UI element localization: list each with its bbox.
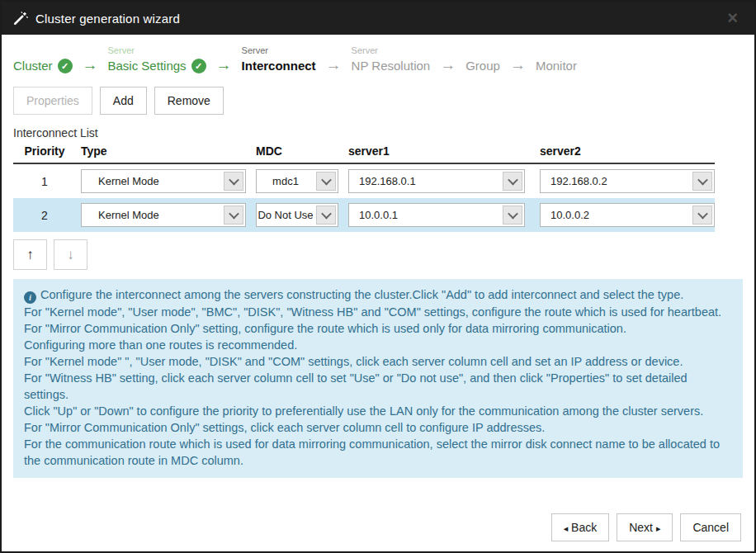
next-button[interactable]: Next ▸ xyxy=(617,513,673,541)
column-header-mdc: MDC xyxy=(251,144,343,158)
priority-cell: 2 xyxy=(13,209,76,222)
step-sublabel xyxy=(13,45,73,57)
step-label: Interconnect xyxy=(242,57,316,75)
chevron-down-icon[interactable] xyxy=(316,206,336,225)
check-circle-icon: ✓ xyxy=(58,59,73,73)
step-basic-settings: Server Basic Settings ✓ xyxy=(108,45,206,75)
dialog-title: Cluster generation wizard xyxy=(35,12,180,26)
info-icon: i xyxy=(24,291,36,304)
chevron-down-icon[interactable] xyxy=(224,206,243,225)
step-group: Group xyxy=(465,45,500,75)
triangle-left-icon: ◂ xyxy=(564,523,569,533)
info-line: For "Kernel mode", "User mode", "BMC", "… xyxy=(24,304,732,337)
step-cluster: Cluster ✓ xyxy=(13,45,73,75)
step-sublabel: Server xyxy=(352,45,431,57)
column-header-priority: Priority xyxy=(13,144,76,158)
info-line: iConfigure the interconnect among the se… xyxy=(24,286,732,304)
info-line: Click "Up" or "Down" to configure the pr… xyxy=(24,403,732,419)
step-sublabel: Server xyxy=(108,45,206,57)
wizard-steps: Cluster ✓ → Server Basic Settings ✓ → Se… xyxy=(2,35,754,83)
arrow-right-icon: → xyxy=(510,56,526,75)
step-sublabel: Server xyxy=(242,45,316,57)
column-header-type: Type xyxy=(76,144,251,158)
mdc-select[interactable]: Do Not Use xyxy=(256,203,338,227)
close-icon[interactable]: × xyxy=(722,9,743,27)
step-label: Basic Settings xyxy=(108,57,187,75)
triangle-right-icon: ▸ xyxy=(656,523,661,533)
server1-select[interactable]: 192.168.0.1 xyxy=(348,169,525,193)
mdc-select[interactable]: mdc1 xyxy=(256,169,338,193)
server1-select[interactable]: 10.0.0.1 xyxy=(348,203,525,227)
chevron-down-icon[interactable] xyxy=(692,206,712,225)
interconnect-toolbar: Properties Add Remove xyxy=(2,83,754,115)
remove-button[interactable]: Remove xyxy=(154,87,224,115)
step-interconnect: Server Interconnect xyxy=(242,45,316,75)
column-header-server2: server2 xyxy=(535,144,715,158)
properties-button[interactable]: Properties xyxy=(13,87,92,115)
check-circle-icon: ✓ xyxy=(191,59,206,73)
arrow-right-icon: → xyxy=(83,56,98,75)
interconnect-list-title: Interconnect List xyxy=(13,126,743,139)
table-row[interactable]: 2 Kernel Mode Do Not Use 10.0.0.1 10.0.0… xyxy=(13,198,715,232)
step-sublabel xyxy=(536,45,577,57)
move-down-button[interactable]: ↓ xyxy=(54,239,87,270)
server2-select[interactable]: 192.168.0.2 xyxy=(540,169,715,193)
table-row[interactable]: 1 Kernel Mode mdc1 192.168.0.1 192.168.0… xyxy=(13,164,715,198)
chevron-down-icon[interactable] xyxy=(224,172,243,191)
cancel-button[interactable]: Cancel xyxy=(680,513,741,541)
step-label: Cluster xyxy=(13,57,53,75)
type-select[interactable]: Kernel Mode xyxy=(81,169,246,193)
step-np-resolution: Server NP Resolution xyxy=(352,45,431,75)
chevron-down-icon[interactable] xyxy=(316,172,336,191)
type-select[interactable]: Kernel Mode xyxy=(81,203,246,227)
info-line: Configuring more than one routes is reco… xyxy=(24,337,732,353)
step-label: Monitor xyxy=(536,57,577,75)
move-up-button[interactable]: ↑ xyxy=(13,239,47,270)
magic-wand-icon xyxy=(13,11,28,26)
priority-cell: 1 xyxy=(13,175,76,188)
server2-select[interactable]: 10.0.0.2 xyxy=(540,203,715,227)
arrow-right-icon: → xyxy=(326,56,342,75)
add-button[interactable]: Add xyxy=(100,87,147,115)
step-label: Group xyxy=(465,57,500,75)
arrow-down-icon: ↓ xyxy=(67,247,74,263)
arrow-up-icon: ↑ xyxy=(26,247,34,263)
step-monitor: Monitor xyxy=(536,45,577,75)
info-line: For the communication route which is use… xyxy=(24,436,732,469)
arrow-right-icon: → xyxy=(440,56,456,75)
info-line: For "Mirror Communication Only" settings… xyxy=(24,419,732,436)
back-button[interactable]: ◂ Back xyxy=(551,513,610,541)
info-line: For "Kernel mode" ", "User mode, "DISK" … xyxy=(24,353,732,370)
wizard-footer: ◂ Back Next ▸ Cancel xyxy=(551,513,741,541)
info-panel: iConfigure the interconnect among the se… xyxy=(13,279,743,478)
step-sublabel xyxy=(465,45,500,57)
chevron-down-icon[interactable] xyxy=(503,206,522,225)
column-header-server1: server1 xyxy=(343,144,535,158)
step-label: NP Resolution xyxy=(352,57,431,75)
cluster-generation-wizard-dialog: Cluster generation wizard × Cluster ✓ → … xyxy=(0,0,756,553)
priority-reorder-controls: ↑ ↓ xyxy=(13,239,743,270)
chevron-down-icon[interactable] xyxy=(503,172,522,191)
table-header-row: Priority Type MDC server1 server2 xyxy=(13,144,715,164)
info-line: For "Witness HB" setting, click each ser… xyxy=(24,370,732,403)
interconnect-table: Priority Type MDC server1 server2 1 Kern… xyxy=(13,144,715,232)
arrow-right-icon: → xyxy=(216,56,232,75)
dialog-titlebar: Cluster generation wizard × xyxy=(2,2,754,35)
chevron-down-icon[interactable] xyxy=(692,172,712,191)
